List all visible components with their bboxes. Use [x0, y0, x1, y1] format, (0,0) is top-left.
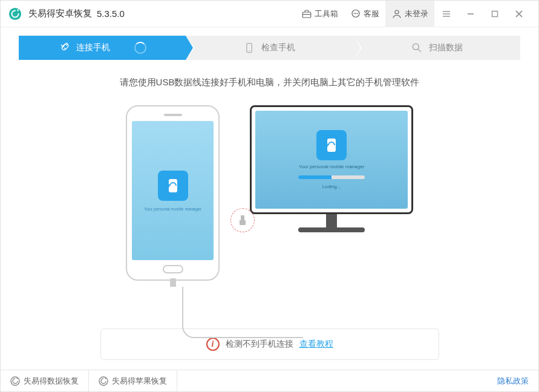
progress-bar: [298, 175, 365, 179]
device-illustration: Your personal mobile manager Your person…: [19, 105, 520, 320]
phone-device: Your personal mobile manager: [126, 105, 220, 281]
data-recovery-label: 失易得数据恢复: [24, 376, 79, 387]
plug-icon: [58, 42, 70, 54]
footer-bar: 失易得数据恢复 失易得苹果恢复 隐私政策: [1, 370, 538, 391]
step-progress: 连接手机 检查手机 扫描数据: [19, 36, 520, 60]
svg-point-16: [249, 50, 250, 51]
phone-app-icon: [158, 171, 188, 201]
login-label: 未登录: [405, 8, 428, 19]
chat-icon: [350, 8, 361, 19]
monitor-base: [298, 227, 365, 232]
step3-label: 扫描数据: [429, 42, 463, 53]
phone-icon: [243, 42, 255, 54]
status-message-box: i 检测不到手机连接 查看教程: [100, 328, 439, 360]
instruction-text: 请您使用USB数据线连接好手机和电脑，并关闭电脑上其它的手机管理软件: [19, 77, 520, 88]
apple-recovery-label: 失易得苹果恢复: [112, 376, 167, 387]
apple-recovery-button[interactable]: 失易得苹果恢复: [89, 370, 177, 391]
recovery-icon: [10, 376, 20, 386]
minimize-button[interactable]: [459, 1, 483, 27]
data-recovery-button[interactable]: 失易得数据恢复: [1, 370, 89, 391]
monitor-frame: Your personal mobile manager Loding...: [250, 105, 413, 214]
svg-point-23: [11, 377, 19, 385]
svg-point-17: [413, 44, 419, 50]
app-version: 5.3.5.0: [97, 8, 125, 19]
step1-label: 连接手机: [76, 42, 110, 53]
svg-rect-21: [240, 220, 246, 225]
maximize-icon: [491, 10, 499, 18]
toolbox-icon: [301, 8, 312, 19]
main-content: 请您使用USB数据线连接好手机和电脑，并关闭电脑上其它的手机管理软件 Your …: [1, 60, 538, 370]
monitor-app-text: Your personal mobile manager: [299, 164, 365, 169]
toolbox-button[interactable]: 工具箱: [295, 1, 344, 27]
user-icon: [391, 8, 402, 19]
loading-text: Loding...: [322, 184, 341, 189]
title-bar: 失易得安卓恢复 5.3.5.0 工具箱 客服 未登录: [1, 1, 538, 27]
usb-port-highlight: [230, 208, 255, 232]
loading-spinner-icon: [134, 42, 146, 54]
svg-rect-1: [302, 12, 311, 18]
menu-button[interactable]: [434, 1, 459, 27]
svg-point-5: [355, 13, 356, 14]
monitor-device: Your personal mobile manager Loding...: [250, 105, 413, 232]
phone-app-text: Your personal mobile manager: [144, 207, 201, 211]
svg-point-24: [99, 377, 108, 385]
phone-screen: Your personal mobile manager: [132, 121, 214, 260]
privacy-policy-link[interactable]: 隐私政策: [488, 370, 538, 391]
app-logo-icon: [8, 7, 22, 21]
phone-cable-plug: [170, 278, 176, 287]
maximize-button[interactable]: [483, 1, 507, 27]
step-scan: 扫描数据: [353, 36, 520, 60]
step-check: 检查手机: [186, 36, 353, 60]
step2-label: 检查手机: [261, 42, 295, 53]
usb-icon: [238, 214, 247, 226]
info-icon: i: [206, 338, 220, 351]
support-button[interactable]: 客服: [344, 1, 385, 27]
phone-home-button: [163, 265, 183, 273]
app-title: 失易得安卓恢复: [28, 8, 92, 19]
close-button[interactable]: [507, 1, 531, 27]
monitor-neck: [326, 214, 337, 227]
close-icon: [515, 10, 523, 18]
status-text: 检测不到手机连接: [226, 339, 293, 350]
svg-line-18: [418, 50, 420, 52]
svg-point-6: [357, 13, 358, 14]
step-connect: 连接手机: [19, 36, 186, 60]
phone-speaker: [164, 114, 182, 116]
monitor-app-icon: [316, 130, 347, 160]
svg-rect-20: [241, 215, 244, 220]
svg-point-4: [353, 13, 354, 14]
minimize-icon: [466, 10, 475, 18]
toolbox-label: 工具箱: [315, 8, 338, 19]
tutorial-link[interactable]: 查看教程: [299, 339, 333, 350]
svg-point-0: [9, 7, 21, 19]
svg-point-7: [395, 10, 399, 14]
svg-rect-12: [492, 11, 498, 16]
support-label: 客服: [364, 8, 379, 19]
search-icon: [411, 42, 423, 54]
recovery-icon: [99, 376, 108, 386]
monitor-screen: Your personal mobile manager Loding...: [255, 111, 408, 209]
menu-icon: [442, 10, 451, 18]
login-button[interactable]: 未登录: [385, 1, 434, 27]
